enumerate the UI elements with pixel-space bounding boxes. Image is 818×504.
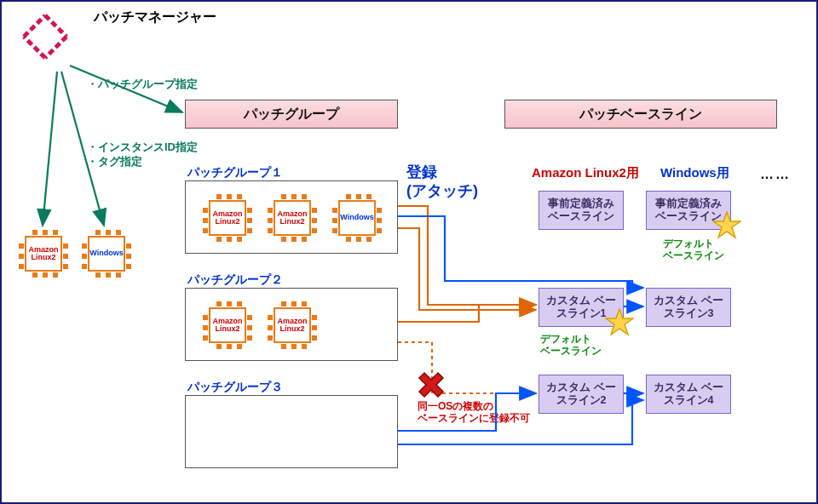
chip-g2-al2-b: Amazon Linux2 [268, 301, 317, 349]
note-patch-group-spec: ・パッチグループ指定 [87, 77, 198, 92]
label-group1: パッチグループ１ [187, 165, 283, 180]
star-icon [712, 211, 741, 240]
chip-label: Windows [338, 200, 376, 236]
chip-label: Amazon Linux2 [209, 200, 246, 236]
col-head-win: Windows用 [660, 165, 729, 181]
label-group2: パッチグループ２ [187, 272, 283, 288]
chip-win-standalone: Windows [82, 230, 131, 278]
chip-label: Amazon Linux2 [274, 307, 311, 343]
bl-predef-al2: 事前定義済み ベースライン [539, 191, 624, 230]
svg-marker-1 [713, 212, 740, 238]
col-head-al2: Amazon Linux2用 [532, 165, 639, 181]
chip-label: Amazon Linux2 [209, 307, 246, 343]
header-patch-baseline: パッチベースライン [504, 100, 777, 129]
chip-g1-win: Windows [332, 194, 382, 242]
cross-icon [414, 368, 448, 402]
diagram-canvas: パッチマネージャー ・パッチグループ指定 ・インスタンスID指定 ・タグ指定 パ… [0, 0, 818, 504]
chip-g1-al2-b: Amazon Linux2 [268, 194, 317, 242]
chip-g2-al2-a: Amazon Linux2 [203, 301, 252, 349]
note-warn-multi: 同一OSの複数の ベースラインに登録不可 [418, 400, 530, 425]
box-group3 [185, 395, 398, 468]
col-head-more: …… [760, 167, 791, 182]
chip-label: Windows [88, 236, 125, 272]
chip-g1-al2-a: Amazon Linux2 [203, 194, 252, 242]
note-tag-spec: ・タグ指定 [87, 154, 142, 169]
note-default-baseline-1: デフォルト ベースライン [540, 334, 602, 358]
label-group3: パッチグループ３ [187, 380, 283, 395]
chip-label: Amazon Linux2 [274, 200, 311, 236]
bl-c4: カスタム ベースライン4 [646, 375, 731, 414]
bl-c3: カスタム ベースライン3 [646, 288, 731, 327]
svg-line-6 [43, 72, 57, 226]
star-icon [605, 308, 634, 337]
bl-c2: カスタム ベースライン2 [539, 375, 624, 414]
svg-marker-0 [606, 309, 633, 335]
label-register-attach: 登録 (アタッチ) [406, 163, 478, 200]
header-patch-group: パッチグループ [185, 100, 398, 129]
title: パッチマネージャー [94, 9, 216, 26]
chip-al2-standalone: Amazon Linux2 [19, 230, 68, 278]
pm-logo-icon [14, 10, 77, 73]
note-instance-id-spec: ・インスタンスID指定 [87, 140, 198, 155]
chip-label: Amazon Linux2 [25, 236, 62, 272]
note-default-baseline-2: デフォルト ベースライン [663, 238, 724, 262]
